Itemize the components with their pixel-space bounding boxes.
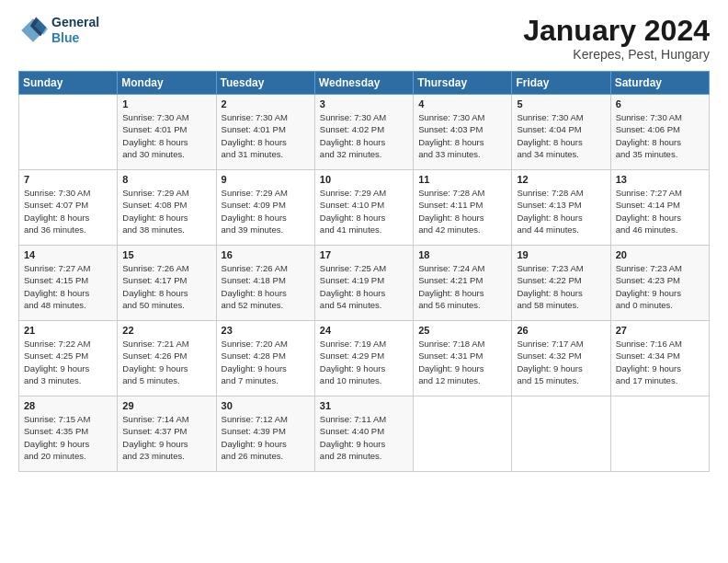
calendar-cell: 7Sunrise: 7:30 AM Sunset: 4:07 PM Daylig… (19, 170, 118, 246)
calendar-cell: 9Sunrise: 7:29 AM Sunset: 4:09 PM Daylig… (216, 170, 314, 246)
calendar-cell (414, 396, 512, 472)
day-info: Sunrise: 7:28 AM Sunset: 4:13 PM Dayligh… (517, 187, 605, 236)
day-info: Sunrise: 7:27 AM Sunset: 4:15 PM Dayligh… (24, 262, 112, 311)
day-info: Sunrise: 7:19 AM Sunset: 4:29 PM Dayligh… (320, 338, 408, 386)
day-info: Sunrise: 7:24 AM Sunset: 4:21 PM Dayligh… (418, 262, 506, 311)
day-info: Sunrise: 7:18 AM Sunset: 4:31 PM Dayligh… (418, 338, 506, 386)
day-info: Sunrise: 7:16 AM Sunset: 4:34 PM Dayligh… (616, 338, 704, 386)
calendar-cell: 14Sunrise: 7:27 AM Sunset: 4:15 PM Dayli… (19, 246, 118, 321)
calendar-cell: 17Sunrise: 7:25 AM Sunset: 4:19 PM Dayli… (314, 246, 413, 321)
day-number: 9 (222, 174, 310, 185)
day-number: 26 (517, 325, 605, 336)
calendar-cell: 15Sunrise: 7:26 AM Sunset: 4:17 PM Dayli… (118, 246, 216, 321)
calendar-cell: 13Sunrise: 7:27 AM Sunset: 4:14 PM Dayli… (610, 170, 709, 246)
day-number: 12 (517, 174, 605, 185)
calendar-cell: 23Sunrise: 7:20 AM Sunset: 4:28 PM Dayli… (216, 321, 314, 396)
day-info: Sunrise: 7:30 AM Sunset: 4:04 PM Dayligh… (517, 111, 605, 160)
calendar-cell: 24Sunrise: 7:19 AM Sunset: 4:29 PM Dayli… (314, 321, 413, 396)
day-number: 11 (418, 174, 506, 185)
day-number: 14 (24, 249, 112, 260)
day-info: Sunrise: 7:20 AM Sunset: 4:28 PM Dayligh… (222, 338, 310, 386)
day-number: 24 (320, 325, 408, 336)
day-info: Sunrise: 7:26 AM Sunset: 4:18 PM Dayligh… (222, 262, 310, 311)
day-info: Sunrise: 7:27 AM Sunset: 4:14 PM Dayligh… (616, 187, 704, 236)
day-number: 8 (122, 174, 210, 185)
day-number: 5 (517, 98, 605, 109)
calendar-cell: 4Sunrise: 7:30 AM Sunset: 4:03 PM Daylig… (414, 95, 512, 170)
day-info: Sunrise: 7:28 AM Sunset: 4:11 PM Dayligh… (418, 187, 506, 236)
day-number: 2 (222, 98, 310, 109)
col-wednesday: Wednesday (314, 72, 413, 95)
col-monday: Monday (118, 72, 216, 95)
day-info: Sunrise: 7:30 AM Sunset: 4:01 PM Dayligh… (222, 111, 310, 160)
day-info: Sunrise: 7:29 AM Sunset: 4:09 PM Dayligh… (222, 187, 310, 236)
col-tuesday: Tuesday (216, 72, 314, 95)
day-number: 25 (418, 325, 506, 336)
day-info: Sunrise: 7:30 AM Sunset: 4:06 PM Dayligh… (616, 111, 704, 160)
calendar-table: Sunday Monday Tuesday Wednesday Thursday… (18, 71, 710, 472)
day-number: 29 (122, 400, 210, 411)
day-number: 18 (418, 249, 506, 260)
logo-icon (18, 16, 48, 45)
calendar-cell: 16Sunrise: 7:26 AM Sunset: 4:18 PM Dayli… (216, 246, 314, 321)
day-number: 3 (320, 98, 408, 109)
logo: General Blue (18, 15, 99, 46)
day-info: Sunrise: 7:30 AM Sunset: 4:02 PM Dayligh… (320, 111, 408, 160)
calendar-cell: 6Sunrise: 7:30 AM Sunset: 4:06 PM Daylig… (610, 95, 709, 170)
day-number: 31 (320, 400, 408, 411)
logo-text: General Blue (51, 15, 99, 46)
page-subtitle: Kerepes, Pest, Hungary (523, 47, 710, 62)
col-sunday: Sunday (19, 72, 118, 95)
day-number: 27 (616, 325, 704, 336)
calendar-cell (19, 95, 118, 170)
day-info: Sunrise: 7:14 AM Sunset: 4:37 PM Dayligh… (122, 413, 210, 462)
day-number: 6 (616, 98, 704, 109)
day-number: 16 (222, 249, 310, 260)
day-info: Sunrise: 7:30 AM Sunset: 4:01 PM Dayligh… (122, 111, 210, 160)
day-info: Sunrise: 7:25 AM Sunset: 4:19 PM Dayligh… (320, 262, 408, 311)
calendar-cell: 31Sunrise: 7:11 AM Sunset: 4:40 PM Dayli… (314, 396, 413, 472)
calendar-week-3: 14Sunrise: 7:27 AM Sunset: 4:15 PM Dayli… (19, 246, 710, 321)
day-number: 30 (222, 400, 310, 411)
calendar-cell: 1Sunrise: 7:30 AM Sunset: 4:01 PM Daylig… (118, 95, 216, 170)
calendar-cell: 18Sunrise: 7:24 AM Sunset: 4:21 PM Dayli… (414, 246, 512, 321)
calendar-week-2: 7Sunrise: 7:30 AM Sunset: 4:07 PM Daylig… (19, 170, 710, 246)
day-info: Sunrise: 7:22 AM Sunset: 4:25 PM Dayligh… (24, 338, 112, 386)
page: General Blue January 2024 Kerepes, Pest,… (0, 0, 728, 563)
calendar-cell: 10Sunrise: 7:29 AM Sunset: 4:10 PM Dayli… (314, 170, 413, 246)
day-number: 1 (122, 98, 210, 109)
calendar-cell: 12Sunrise: 7:28 AM Sunset: 4:13 PM Dayli… (512, 170, 610, 246)
day-number: 20 (616, 249, 704, 260)
col-friday: Friday (512, 72, 610, 95)
calendar-week-1: 1Sunrise: 7:30 AM Sunset: 4:01 PM Daylig… (19, 95, 710, 170)
day-info: Sunrise: 7:29 AM Sunset: 4:08 PM Dayligh… (122, 187, 210, 236)
calendar-cell: 30Sunrise: 7:12 AM Sunset: 4:39 PM Dayli… (216, 396, 314, 472)
day-number: 4 (418, 98, 506, 109)
day-number: 28 (24, 400, 112, 411)
day-info: Sunrise: 7:29 AM Sunset: 4:10 PM Dayligh… (320, 187, 408, 236)
calendar-cell: 22Sunrise: 7:21 AM Sunset: 4:26 PM Dayli… (118, 321, 216, 396)
calendar-cell: 8Sunrise: 7:29 AM Sunset: 4:08 PM Daylig… (118, 170, 216, 246)
calendar-cell (610, 396, 709, 472)
day-info: Sunrise: 7:15 AM Sunset: 4:35 PM Dayligh… (24, 413, 112, 462)
calendar-cell: 29Sunrise: 7:14 AM Sunset: 4:37 PM Dayli… (118, 396, 216, 472)
calendar-cell: 25Sunrise: 7:18 AM Sunset: 4:31 PM Dayli… (414, 321, 512, 396)
day-info: Sunrise: 7:17 AM Sunset: 4:32 PM Dayligh… (517, 338, 605, 386)
calendar-cell: 21Sunrise: 7:22 AM Sunset: 4:25 PM Dayli… (19, 321, 118, 396)
title-block: January 2024 Kerepes, Pest, Hungary (523, 15, 710, 62)
day-info: Sunrise: 7:23 AM Sunset: 4:23 PM Dayligh… (616, 262, 704, 311)
calendar-cell: 5Sunrise: 7:30 AM Sunset: 4:04 PM Daylig… (512, 95, 610, 170)
calendar-header-row: Sunday Monday Tuesday Wednesday Thursday… (19, 72, 710, 95)
day-number: 22 (122, 325, 210, 336)
day-info: Sunrise: 7:11 AM Sunset: 4:40 PM Dayligh… (320, 413, 408, 462)
day-number: 15 (122, 249, 210, 260)
col-saturday: Saturday (610, 72, 709, 95)
header: General Blue January 2024 Kerepes, Pest,… (18, 15, 710, 62)
calendar-cell: 2Sunrise: 7:30 AM Sunset: 4:01 PM Daylig… (216, 95, 314, 170)
day-number: 7 (24, 174, 112, 185)
calendar-cell: 19Sunrise: 7:23 AM Sunset: 4:22 PM Dayli… (512, 246, 610, 321)
day-info: Sunrise: 7:30 AM Sunset: 4:03 PM Dayligh… (418, 111, 506, 160)
page-title: January 2024 (523, 15, 710, 47)
day-number: 17 (320, 249, 408, 260)
day-number: 13 (616, 174, 704, 185)
